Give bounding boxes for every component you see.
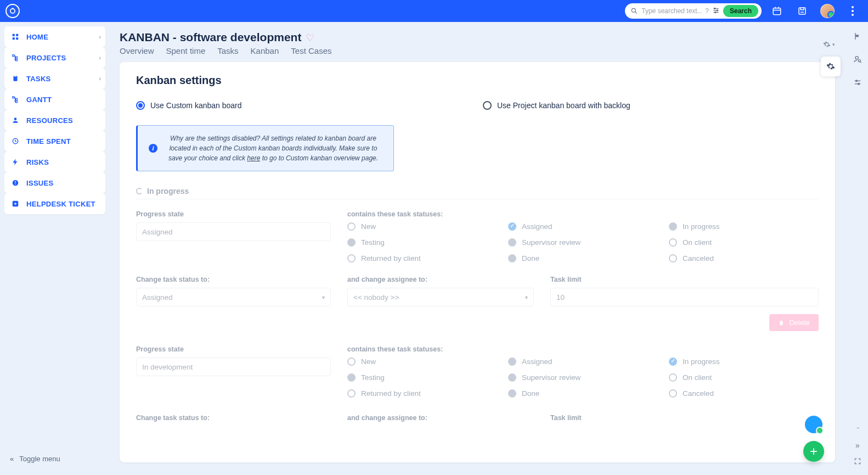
- info-link[interactable]: here: [247, 154, 260, 162]
- status-option[interactable]: In progress: [669, 357, 819, 366]
- flag-icon[interactable]: [853, 32, 862, 43]
- more-menu-icon[interactable]: [843, 1, 863, 21]
- sidebar-item-time-spent[interactable]: TIME SPENT: [4, 131, 105, 152]
- status-label: In progress: [683, 357, 720, 366]
- task-limit-input[interactable]: [550, 288, 819, 306]
- status-option[interactable]: Returned by client: [347, 389, 497, 398]
- sidebar-item-gantt[interactable]: GANTT: [4, 89, 105, 110]
- tab-overview[interactable]: Overview: [120, 45, 154, 57]
- svg-rect-27: [16, 101, 18, 103]
- status-check-icon: [508, 222, 516, 231]
- app-logo[interactable]: [5, 4, 20, 18]
- svg-point-39: [856, 80, 858, 82]
- floating-actions: +: [803, 416, 824, 462]
- tab-test-cases[interactable]: Test Cases: [291, 45, 331, 57]
- svg-point-34: [855, 57, 858, 59]
- status-check-icon: [347, 357, 356, 366]
- status-check-icon: [669, 357, 677, 366]
- search-button[interactable]: Search: [723, 5, 758, 17]
- help-icon[interactable]: ?: [705, 7, 709, 15]
- sidebar-item-home[interactable]: HOME ›: [4, 26, 105, 47]
- svg-point-7: [714, 8, 715, 9]
- radio-custom-kanban[interactable]: Use Custom kanban board: [136, 101, 472, 110]
- delete-label: Delete: [789, 318, 810, 327]
- status-option[interactable]: In progress: [669, 222, 819, 231]
- svg-point-35: [858, 60, 860, 62]
- svg-rect-20: [13, 55, 14, 57]
- status-option[interactable]: Testing: [347, 373, 497, 382]
- add-fab[interactable]: +: [803, 441, 824, 462]
- tab-tasks[interactable]: Tasks: [217, 45, 238, 57]
- radio-project-kanban[interactable]: Use Project kanban board with backlog: [483, 101, 819, 110]
- sidebar-item-projects[interactable]: PROJECTS ›: [4, 47, 105, 68]
- progress-state-input[interactable]: [136, 357, 331, 376]
- card-settings-icon[interactable]: [821, 57, 841, 76]
- svg-rect-10: [773, 8, 781, 15]
- info-text-2: to go to Custom kanban overview page.: [260, 154, 378, 162]
- status-check-icon: [669, 254, 677, 262]
- clipboard-icon: [11, 75, 20, 82]
- status-option[interactable]: Returned by client: [347, 254, 497, 262]
- svg-point-8: [717, 9, 718, 10]
- right-rail: ⌃ »: [847, 22, 868, 475]
- card-title: Kanban settings: [136, 74, 819, 87]
- tab-spent-time[interactable]: Spent time: [166, 45, 206, 57]
- status-option[interactable]: Done: [508, 389, 658, 398]
- change-assignee-select[interactable]: << nobody >>: [347, 288, 534, 306]
- svg-rect-18: [13, 37, 15, 40]
- label-contains-statuses: contains these task statuses:: [347, 210, 819, 218]
- tab-kanban[interactable]: Kanban: [251, 45, 279, 57]
- save-icon[interactable]: [792, 1, 812, 21]
- sidebar-item-helpdesk-ticket[interactable]: HELPDESK TICKET: [4, 193, 105, 214]
- status-option[interactable]: Supervisor review: [508, 373, 658, 382]
- sidebar-item-risks[interactable]: RISKS: [4, 152, 105, 172]
- search-input[interactable]: [641, 7, 702, 15]
- status-option[interactable]: Assigned: [508, 357, 658, 366]
- status-label: New: [361, 357, 376, 366]
- delete-button[interactable]: Delete: [769, 314, 819, 331]
- status-label: Returned by client: [361, 254, 421, 262]
- radio-custom-label: Use Custom kanban board: [150, 101, 242, 110]
- status-option[interactable]: Supervisor review: [508, 238, 658, 247]
- status-option[interactable]: Assigned: [508, 222, 658, 231]
- page-settings-menu[interactable]: ▾: [823, 31, 835, 48]
- status-option[interactable]: Canceled: [669, 254, 819, 262]
- find-user-icon[interactable]: [853, 55, 862, 66]
- sidebar-item-issues[interactable]: ISSUES: [4, 172, 105, 193]
- search-help-icons: ?: [705, 7, 720, 16]
- calendar-icon[interactable]: [767, 1, 787, 21]
- sidebar-item-label: HOME: [26, 33, 48, 41]
- favorite-icon[interactable]: ♡: [306, 32, 314, 44]
- status-option[interactable]: On client: [669, 238, 819, 247]
- chevron-right-icon: ›: [99, 33, 101, 40]
- status-label: Assigned: [522, 222, 553, 231]
- sidebar-item-resources[interactable]: RESOURCES: [4, 110, 105, 131]
- status-option[interactable]: Canceled: [669, 389, 819, 398]
- status-option[interactable]: Done: [508, 254, 658, 262]
- status-check-icon: [508, 357, 516, 366]
- user-avatar[interactable]: [818, 1, 837, 21]
- status-label: Canceled: [683, 389, 714, 398]
- toggle-menu-button[interactable]: « Toggle menu: [4, 447, 105, 471]
- chevron-up-icon[interactable]: ⌃: [855, 426, 860, 433]
- progress-state-input[interactable]: [136, 222, 331, 241]
- status-option[interactable]: Testing: [347, 238, 497, 247]
- svg-rect-25: [13, 97, 14, 98]
- chat-icon[interactable]: [805, 416, 822, 433]
- label-task-limit: Task limit: [550, 276, 819, 283]
- svg-point-2: [632, 8, 636, 12]
- svg-point-28: [14, 118, 17, 120]
- change-status-select[interactable]: Assigned: [136, 288, 331, 306]
- alert-icon: [11, 179, 20, 187]
- adjust-icon[interactable]: [853, 78, 862, 89]
- status-option[interactable]: New: [347, 357, 497, 366]
- status-option[interactable]: New: [347, 222, 497, 231]
- status-label: In progress: [683, 222, 720, 231]
- sidebar-item-tasks[interactable]: TASKS ›: [4, 68, 105, 89]
- collapse-right-icon[interactable]: »: [855, 441, 860, 450]
- sidebar-item-label: HELPDESK TICKET: [26, 200, 95, 208]
- sidebar-item-label: RISKS: [26, 158, 49, 166]
- status-option[interactable]: On client: [669, 373, 819, 382]
- fullscreen-icon[interactable]: [854, 457, 861, 467]
- sliders-icon[interactable]: [712, 7, 720, 16]
